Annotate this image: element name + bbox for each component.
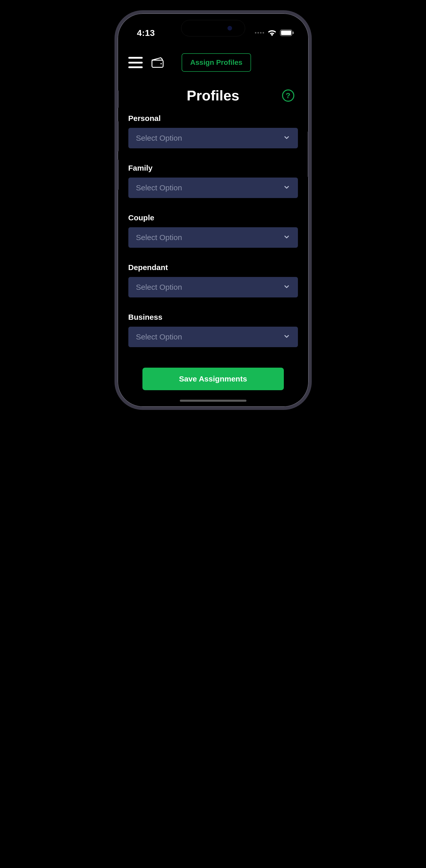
field-couple: Couple Select Option bbox=[128, 213, 298, 248]
field-label-personal: Personal bbox=[128, 114, 298, 123]
app-top-bar: Assign Profiles bbox=[119, 43, 307, 72]
help-button[interactable]: ? bbox=[282, 89, 294, 102]
phone-screen: 4:13 bbox=[119, 15, 307, 405]
field-label-couple: Couple bbox=[128, 213, 298, 222]
field-personal: Personal Select Option bbox=[128, 114, 298, 148]
home-indicator[interactable] bbox=[180, 400, 246, 402]
wallet-icon[interactable] bbox=[150, 56, 165, 69]
select-couple[interactable]: Select Option bbox=[128, 227, 298, 248]
field-label-family: Family bbox=[128, 164, 298, 173]
page-title: Profiles bbox=[119, 87, 307, 104]
chevron-down-icon bbox=[283, 234, 290, 242]
svg-point-4 bbox=[160, 63, 162, 64]
select-placeholder: Select Option bbox=[136, 233, 182, 242]
chevron-down-icon bbox=[283, 134, 290, 142]
help-icon: ? bbox=[285, 91, 290, 100]
title-row: Profiles ? bbox=[119, 87, 307, 104]
power-button bbox=[308, 131, 310, 177]
profiles-form: Personal Select Option Family Select Opt… bbox=[119, 104, 307, 390]
select-family[interactable]: Select Option bbox=[128, 178, 298, 198]
phone-frame: 4:13 bbox=[115, 10, 312, 410]
save-assignments-button[interactable]: Save Assignments bbox=[143, 368, 284, 390]
select-dependant[interactable]: Select Option bbox=[128, 277, 298, 298]
volume-down-button bbox=[117, 159, 119, 190]
chevron-down-icon bbox=[283, 184, 290, 192]
cellular-signal-icon bbox=[255, 32, 264, 34]
assign-profiles-button[interactable]: Assign Profiles bbox=[182, 53, 251, 72]
camera-dot-icon bbox=[227, 26, 232, 30]
volume-mute-button bbox=[117, 90, 119, 108]
chevron-down-icon bbox=[283, 283, 290, 291]
field-label-business: Business bbox=[128, 313, 298, 321]
battery-icon bbox=[280, 29, 294, 36]
wifi-icon bbox=[268, 29, 276, 36]
select-placeholder: Select Option bbox=[136, 183, 182, 192]
volume-up-button bbox=[117, 121, 119, 152]
status-time: 4:13 bbox=[137, 28, 155, 38]
chevron-down-icon bbox=[283, 333, 290, 341]
dynamic-island bbox=[181, 20, 245, 36]
status-icons bbox=[255, 29, 294, 36]
select-personal[interactable]: Select Option bbox=[128, 128, 298, 148]
svg-rect-1 bbox=[281, 30, 291, 35]
select-business[interactable]: Select Option bbox=[128, 327, 298, 347]
field-business: Business Select Option bbox=[128, 313, 298, 347]
select-placeholder: Select Option bbox=[136, 283, 182, 291]
menu-icon[interactable] bbox=[128, 57, 143, 68]
svg-rect-2 bbox=[293, 32, 294, 34]
select-placeholder: Select Option bbox=[136, 134, 182, 143]
field-label-dependant: Dependant bbox=[128, 263, 298, 272]
select-placeholder: Select Option bbox=[136, 333, 182, 341]
field-family: Family Select Option bbox=[128, 164, 298, 198]
field-dependant: Dependant Select Option bbox=[128, 263, 298, 298]
